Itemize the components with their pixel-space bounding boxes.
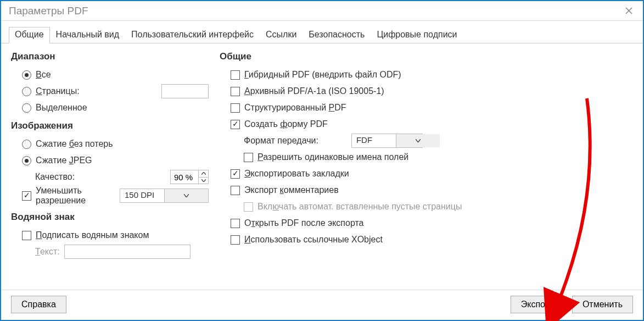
range-pages-label: Страницы: — [36, 86, 80, 96]
auto-blank-check — [244, 202, 253, 212]
auto-blank-row: Включать автомат. вставленные пустые стр… — [220, 198, 635, 215]
reduce-res-check[interactable] — [22, 191, 31, 201]
dpi-value: 150 DPI — [120, 189, 164, 202]
range-pages-row[interactable]: Страницы: — [11, 83, 209, 99]
export-comments-check[interactable] — [231, 186, 240, 195]
submit-format-combo[interactable]: FDF — [351, 134, 423, 148]
hybrid-row[interactable]: Гибридный PDF (внедрить файл ODF) — [220, 67, 635, 83]
tab-links[interactable]: Ссылки — [260, 27, 303, 43]
auto-blank-label: Включать автомат. вставленные пустые стр… — [257, 202, 462, 212]
range-all-radio[interactable] — [22, 70, 31, 80]
dpi-combo[interactable]: 150 DPI — [120, 189, 209, 203]
range-all-row[interactable]: Все — [11, 67, 209, 83]
quality-label: Качество: — [35, 172, 75, 182]
xobject-row[interactable]: Использовать ссылочные XObject — [220, 231, 635, 248]
left-column: Диапазон Все Страницы: Выделенное Изобра… — [11, 49, 209, 287]
export-bookmarks-check[interactable] — [231, 169, 240, 179]
tab-general[interactable]: Общие — [9, 27, 50, 43]
quality-up[interactable] — [199, 170, 208, 178]
export-bookmarks-label: Экспортировать закладки — [244, 169, 349, 179]
quality-down[interactable] — [199, 178, 208, 184]
pages-input[interactable] — [161, 84, 209, 98]
img-jpeg-label: Сжатие JPEG — [36, 156, 92, 165]
tab-strip: Общие Начальный вид Пользовательский инт… — [1, 21, 643, 43]
dpi-drop-icon[interactable] — [164, 189, 208, 202]
img-lossless-label: Сжатие без потерь — [36, 139, 113, 149]
submit-format-drop-icon[interactable] — [396, 134, 440, 147]
window-title: Параметры PDF — [9, 5, 88, 17]
xobject-label: Использовать ссылочные XObject — [244, 235, 383, 245]
img-jpeg-row[interactable]: Сжатие JPEG — [11, 152, 209, 169]
images-heading: Изображения — [11, 120, 209, 131]
allow-dup-row[interactable]: Разрешить одинаковые имена полей — [220, 149, 635, 165]
submit-format-row: Формат передачи: FDF — [220, 132, 635, 149]
range-heading: Диапазон — [11, 51, 209, 62]
allow-dup-label: Разрешить одинаковые имена полей — [257, 152, 408, 162]
tab-security[interactable]: Безопасность — [303, 27, 371, 43]
tab-user-interface[interactable]: Пользовательский интерфейс — [125, 27, 260, 43]
open-after-label: Открыть PDF после экспорта — [244, 218, 363, 228]
watermark-text-row: Текст: — [11, 243, 209, 260]
allow-dup-check[interactable] — [244, 153, 253, 162]
create-form-check[interactable] — [231, 120, 240, 129]
titlebar: Параметры PDF — [1, 1, 643, 21]
close-icon — [625, 7, 632, 14]
watermark-sign-row[interactable]: Подписать водяным знаком — [11, 227, 209, 243]
archive-row[interactable]: Архивный PDF/A-1a (ISO 19005-1) — [220, 83, 635, 99]
watermark-text-label: Текст: — [35, 247, 60, 257]
watermark-sign-check[interactable] — [22, 231, 31, 240]
watermark-text-input[interactable] — [64, 245, 191, 259]
submit-format-value: FDF — [352, 134, 396, 147]
dialog-content: Диапазон Все Страницы: Выделенное Изобра… — [1, 43, 643, 290]
tagged-check[interactable] — [231, 103, 240, 113]
img-lossless-radio[interactable] — [22, 140, 31, 149]
hybrid-check[interactable] — [231, 70, 240, 80]
archive-check[interactable] — [231, 87, 240, 96]
tab-digital-signatures[interactable]: Цифровые подписи — [371, 27, 463, 43]
tab-initial-view[interactable]: Начальный вид — [50, 27, 126, 43]
quality-input[interactable] — [171, 170, 198, 184]
export-comments-label: Экспорт комментариев — [244, 185, 339, 195]
tagged-row[interactable]: Структурированный PDF — [220, 99, 635, 116]
archive-label: Архивный PDF/A-1a (ISO 19005-1) — [244, 86, 384, 96]
help-button[interactable]: Справка — [11, 296, 66, 313]
range-pages-radio[interactable] — [22, 87, 31, 96]
export-button[interactable]: Экспорт — [511, 296, 564, 313]
open-after-row[interactable]: Открыть PDF после экспорта — [220, 215, 635, 231]
cancel-button[interactable]: Отменить — [572, 296, 633, 313]
watermark-sign-label: Подписать водяным знаком — [36, 230, 149, 240]
watermark-heading: Водяной знак — [11, 212, 209, 223]
reduce-res-label: Уменьшить разрешение — [36, 186, 120, 206]
submit-format-label: Формат передачи: — [244, 136, 318, 146]
close-button[interactable] — [619, 1, 639, 21]
export-bookmarks-row[interactable]: Экспортировать закладки — [220, 165, 635, 182]
tagged-label: Структурированный PDF — [244, 103, 346, 113]
open-after-check[interactable] — [231, 219, 240, 228]
xobject-check[interactable] — [231, 235, 240, 245]
create-form-row[interactable]: Создать форму PDF — [220, 116, 635, 132]
img-lossless-row[interactable]: Сжатие без потерь — [11, 136, 209, 152]
range-selection-label: Выделенное — [36, 103, 87, 113]
create-form-label: Создать форму PDF — [244, 119, 328, 129]
range-selection-row[interactable]: Выделенное — [11, 99, 209, 116]
export-comments-row[interactable]: Экспорт комментариев — [220, 182, 635, 198]
general-heading: Общие — [220, 51, 635, 62]
quality-spinner[interactable] — [170, 170, 209, 184]
img-jpeg-radio[interactable] — [22, 156, 31, 165]
pdf-options-dialog: Параметры PDF Общие Начальный вид Пользо… — [0, 0, 644, 321]
right-column: Общие Гибридный PDF (внедрить файл ODF) … — [209, 49, 635, 287]
hybrid-label: Гибридный PDF (внедрить файл ODF) — [244, 70, 401, 80]
quality-row: Качество: — [11, 169, 209, 185]
range-selection-radio[interactable] — [22, 103, 31, 113]
range-all-label: Все — [36, 70, 51, 80]
dialog-footer: Справка Экспорт Отменить — [1, 290, 643, 320]
reduce-res-row[interactable]: Уменьшить разрешение 150 DPI — [11, 185, 209, 206]
